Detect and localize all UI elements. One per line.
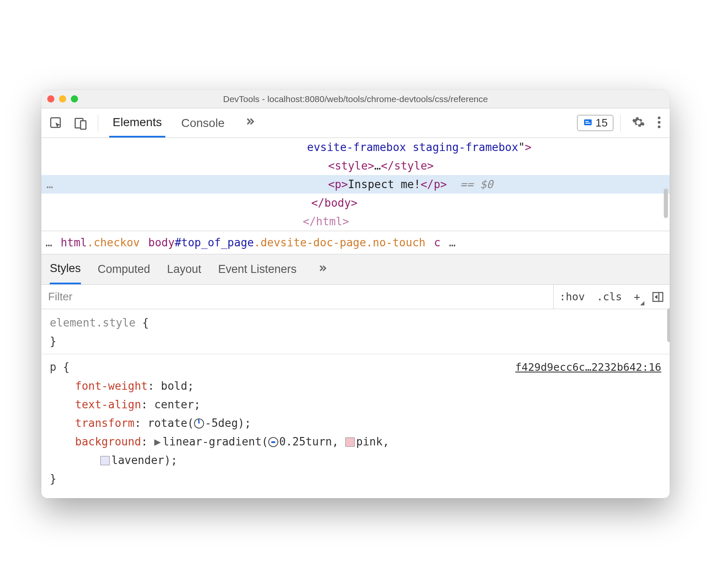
dom-row[interactable]: </body> [41, 194, 670, 212]
scrollbar-thumb[interactable] [664, 189, 668, 218]
dom-breadcrumb[interactable]: … html.checkov body#top_of_page.devsite-… [41, 231, 670, 254]
titlebar: DevTools - localhost:8080/web/tools/chro… [41, 90, 670, 108]
svg-rect-0 [51, 118, 60, 127]
svg-point-8 [658, 125, 660, 128]
expand-triangle-icon[interactable]: ▶ [154, 435, 161, 448]
dom-tree[interactable]: evsite-framebox staging-framebox"> <styl… [41, 138, 670, 231]
close-window-button[interactable] [47, 95, 54, 102]
more-options-icon[interactable] [653, 116, 665, 131]
devtools-window: DevTools - localhost:8080/web/tools/chro… [41, 90, 670, 498]
css-declaration[interactable]: font-weight: bold; [50, 377, 661, 395]
tab-computed[interactable]: Computed [98, 254, 151, 284]
settings-gear-icon[interactable] [628, 116, 649, 131]
svg-point-6 [658, 116, 660, 119]
svg-rect-9 [653, 292, 663, 301]
breadcrumb-segment[interactable]: body#top_of_page.devsite-doc-page.no-tou… [148, 236, 426, 249]
panel-tabs: Elements Console [109, 108, 260, 138]
device-toolbar-icon[interactable] [70, 113, 91, 134]
tab-layout[interactable]: Layout [167, 254, 201, 284]
dom-row[interactable]: evsite-framebox staging-framebox"> [41, 138, 670, 156]
computed-sidebar-toggle-icon[interactable] [646, 285, 670, 309]
css-declaration[interactable]: transform: rotate(-5deg); [50, 414, 661, 432]
tab-event-listeners[interactable]: Event Listeners [218, 254, 296, 284]
rule-separator [41, 354, 670, 354]
styles-filter-input[interactable] [41, 285, 554, 309]
dom-row[interactable]: <style>…</style> [41, 156, 670, 175]
more-subtabs-chevron-icon[interactable] [313, 263, 332, 276]
scrollbar-thumb[interactable] [667, 308, 670, 342]
dom-row[interactable]: </html> [41, 212, 670, 231]
breadcrumb-ellipsis-left[interactable]: … [46, 236, 52, 249]
minimize-window-button[interactable] [59, 95, 66, 102]
dom-row-selected[interactable]: <p>Inspect me!</p> == $0 [41, 175, 670, 194]
css-declaration[interactable]: text-align: center; [50, 395, 661, 414]
css-declaration[interactable]: background: ▶linear-gradient(0.25turn, p… [50, 432, 661, 451]
toolbar-separator [620, 115, 621, 132]
css-declaration-continuation[interactable]: lavender); [50, 451, 661, 469]
style-rule-element[interactable]: element.style { } [50, 313, 661, 351]
tab-styles[interactable]: Styles [50, 254, 81, 284]
svg-rect-5 [585, 123, 590, 124]
inspect-element-icon[interactable] [46, 113, 67, 134]
style-rule-p[interactable]: p { f429d9ecc6c…2232b642:16 font-weight:… [50, 358, 661, 488]
breadcrumb-ellipsis-right[interactable]: … [449, 236, 456, 249]
window-title: DevTools - localhost:8080/web/tools/chro… [41, 94, 670, 104]
main-toolbar: Elements Console 15 [41, 108, 670, 138]
window-controls [47, 95, 78, 102]
maximize-window-button[interactable] [71, 95, 78, 102]
styles-pane-tabs: Styles Computed Layout Event Listeners [41, 254, 670, 285]
color-swatch-icon[interactable] [100, 456, 110, 465]
new-style-rule-button[interactable]: + [628, 285, 646, 309]
toolbar-separator [98, 115, 98, 132]
tab-console[interactable]: Console [178, 108, 228, 138]
more-tabs-chevron-icon[interactable] [240, 116, 260, 130]
svg-rect-3 [584, 119, 592, 125]
svg-rect-4 [585, 121, 589, 122]
color-swatch-icon[interactable] [345, 437, 355, 447]
issues-count: 15 [595, 116, 608, 129]
angle-clock-icon[interactable] [194, 418, 204, 429]
angle-clock-icon[interactable] [268, 437, 278, 447]
issues-counter[interactable]: 15 [577, 115, 614, 131]
cls-toggle[interactable]: .cls [591, 285, 628, 309]
breadcrumb-segment[interactable]: html.checkov [61, 236, 140, 249]
stylesheet-source-link[interactable]: f429d9ecc6c…2232b642:16 [515, 358, 661, 377]
styles-content[interactable]: element.style { } p { f429d9ecc6c…2232b6… [41, 309, 670, 498]
styles-filter-bar: :hov .cls + [41, 285, 670, 309]
breadcrumb-segment-partial[interactable]: c [434, 236, 441, 249]
svg-point-7 [658, 121, 660, 123]
svg-rect-2 [81, 121, 86, 129]
hov-toggle[interactable]: :hov [554, 285, 591, 309]
tab-elements[interactable]: Elements [109, 108, 165, 138]
